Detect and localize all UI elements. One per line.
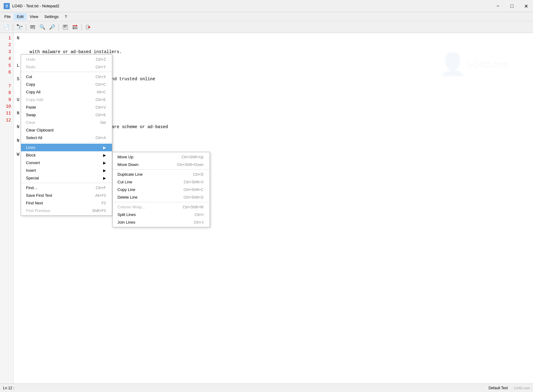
menu-insert[interactable]: Insert ▶ — [21, 167, 112, 174]
menu-copy-add[interactable]: Copy Add Ctrl+E — [21, 96, 112, 103]
cursor-position: Ln 12 : — [3, 386, 14, 390]
sub-cut-line[interactable]: Cut Line Ctrl+Shift+X — [113, 178, 210, 186]
title-bar-text: LO4D - Test.txt - Notepad2 — [12, 4, 59, 8]
sub-duplicate-line[interactable]: Duplicate Line Ctrl+D — [113, 171, 210, 178]
minimize-button[interactable]: − — [491, 0, 505, 12]
menu-swap[interactable]: Swap Ctrl+K — [21, 111, 112, 119]
svg-rect-8 — [74, 28, 77, 29]
menu-file[interactable]: File — [1, 13, 14, 20]
menu-clear-clipboard[interactable]: Clear Clipboard — [21, 126, 112, 134]
sep2 — [21, 142, 112, 143]
sub-sep1 — [113, 169, 210, 170]
toolbar: 📄 🔭 🔍 🔎 — [0, 21, 533, 33]
default-text-label: Default Text — [488, 386, 508, 390]
sub-move-down[interactable]: Move Down Ctrl+Shift+Down — [113, 161, 210, 168]
zoom-in-button[interactable]: 🔍 — [38, 23, 47, 31]
menu-copy[interactable]: Copy Ctrl+C — [21, 81, 112, 88]
close-button[interactable]: ✕ — [519, 0, 533, 12]
menu-cut[interactable]: Cut Ctrl+X — [21, 73, 112, 81]
sub-column-wrap[interactable]: Column Wrap… Ctrl+Shift+W — [113, 203, 210, 211]
svg-rect-4 — [63, 25, 67, 26]
main-layout: File Edit View Settings ? 📄 🔭 🔍 🔎 — [0, 12, 533, 392]
find-button[interactable]: 🔭 — [15, 23, 24, 31]
menu-find-prev[interactable]: Find Previous Shift+F3 — [21, 207, 112, 214]
status-right: Default Text LO4D.com — [488, 386, 530, 390]
menu-find-next[interactable]: Find Next F3 — [21, 199, 112, 207]
svg-rect-2 — [30, 28, 33, 28]
menu-clear[interactable]: Clear Del — [21, 119, 112, 126]
sub-join-lines[interactable]: Join Lines Ctrl+J — [113, 218, 210, 226]
menu-edit[interactable]: Edit — [14, 13, 27, 20]
menu-undo[interactable]: Undo Ctrl+Z — [21, 56, 112, 63]
app-icon: 🗒 — [4, 3, 10, 9]
lines-submenu: Move Up Ctrl+Shift+Up Move Down Ctrl+Shi… — [112, 152, 210, 227]
maximize-button[interactable]: □ — [505, 0, 519, 12]
editor-area: 1 2 3 4 5 6 7 8 9 10 11 12 N with malwar… — [0, 33, 533, 392]
menu-help[interactable]: ? — [62, 13, 70, 20]
svg-point-9 — [76, 25, 77, 26]
menu-view[interactable]: View — [27, 13, 41, 20]
svg-rect-5 — [63, 27, 66, 27]
line-numbers: 1 2 3 4 5 6 7 8 9 10 11 12 — [0, 33, 14, 392]
sub-move-up[interactable]: Move Up Ctrl+Shift+Up — [113, 153, 210, 161]
toolbar-sep3 — [59, 24, 59, 31]
svg-rect-1 — [30, 27, 35, 27]
toolbar-sep4 — [81, 24, 82, 31]
sep1 — [21, 72, 112, 72]
sep3 — [21, 183, 112, 183]
scheme-button[interactable] — [61, 23, 70, 31]
sub-delete-line[interactable]: Delete Line Ctrl+Shift+D — [113, 193, 210, 201]
title-bar: 🗒 LO4D - Test.txt - Notepad2 − □ ✕ — [0, 0, 533, 12]
status-bar: Ln 12 : Default Text LO4D.com — [0, 383, 533, 392]
svg-point-11 — [73, 28, 74, 29]
menu-bar: File Edit View Settings ? — [0, 12, 533, 21]
new-button[interactable]: 📄 — [2, 23, 11, 31]
menu-settings[interactable]: Settings — [41, 13, 62, 20]
edit-dropdown: Undo Ctrl+Z Redo Ctrl+Y Cut Ctrl+X Copy … — [21, 54, 112, 216]
word-wrap-button[interactable] — [28, 23, 37, 31]
window-controls: − □ ✕ — [491, 0, 533, 12]
svg-rect-0 — [30, 25, 35, 26]
menu-copy-all[interactable]: Copy All Alt+C — [21, 88, 112, 96]
svg-rect-6 — [73, 25, 76, 26]
menu-block[interactable]: Block ▶ — [21, 151, 112, 159]
menu-convert[interactable]: Convert ▶ — [21, 159, 112, 167]
exit-button[interactable] — [84, 23, 93, 31]
settings-button[interactable] — [70, 23, 80, 31]
menu-paste[interactable]: Paste Ctrl+V — [21, 103, 112, 111]
sub-sep2 — [113, 202, 210, 202]
sub-copy-line[interactable]: Copy Line Ctrl+Shift+C — [113, 186, 210, 193]
toolbar-sep2 — [26, 24, 26, 31]
menu-save-find[interactable]: Save Find Text Alt+F3 — [21, 192, 112, 199]
menu-lines[interactable]: Lines ▶ — [21, 144, 112, 151]
dropdown-container: Undo Ctrl+Z Redo Ctrl+Y Cut Ctrl+X Copy … — [21, 54, 112, 216]
menu-select-all[interactable]: Select All Ctrl+A — [21, 134, 112, 142]
menu-redo[interactable]: Redo Ctrl+Y — [21, 63, 112, 71]
zoom-out-button[interactable]: 🔎 — [48, 23, 57, 31]
toolbar-sep1 — [13, 24, 13, 31]
sub-split-lines[interactable]: Split Lines Ctrl+I — [113, 211, 210, 218]
menu-special[interactable]: Special ▶ — [21, 174, 112, 182]
menu-find[interactable]: Find… Ctrl+F — [21, 184, 112, 192]
svg-point-10 — [73, 27, 74, 28]
lo4d-brand: LO4D.com — [514, 386, 530, 390]
